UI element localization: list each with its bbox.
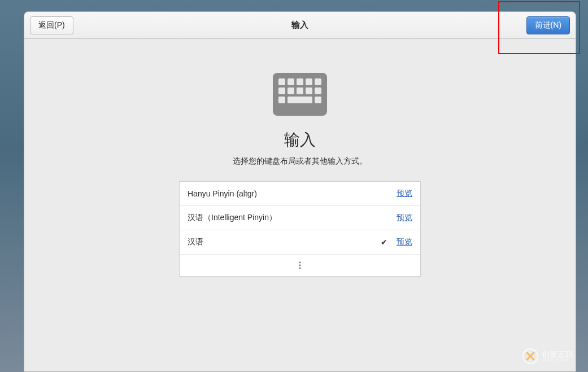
back-button[interactable]: 返回(P)	[30, 16, 73, 34]
svg-rect-1	[278, 78, 285, 85]
svg-point-15	[299, 265, 301, 266]
input-method-list: Hanyu Pinyin (altgr) 预览 汉语（Intelligent P…	[179, 181, 421, 277]
watermark-brand: 创新互联	[542, 351, 573, 358]
more-icon	[297, 261, 303, 269]
input-method-label: 汉语（Intelligent Pinyin）	[188, 213, 397, 223]
header-title: 输入	[73, 20, 526, 30]
svg-rect-4	[306, 78, 312, 85]
preview-link[interactable]: 预览	[397, 189, 412, 199]
content-area: 输入 选择您的键盘布局或者其他输入方式。 Hanyu Pinyin (altgr…	[24, 39, 576, 371]
svg-rect-2	[288, 78, 294, 85]
svg-rect-3	[297, 78, 303, 85]
input-method-label: 汉语	[188, 237, 381, 247]
svg-rect-7	[288, 87, 294, 94]
input-method-label: Hanyu Pinyin (altgr)	[188, 189, 397, 198]
svg-rect-9	[306, 87, 312, 94]
more-button[interactable]	[180, 255, 420, 276]
svg-point-14	[299, 262, 301, 264]
next-button[interactable]: 前进(N)	[526, 16, 570, 34]
svg-rect-8	[297, 87, 303, 94]
watermark-logo-icon	[522, 348, 538, 364]
preview-link[interactable]: 预览	[397, 213, 412, 223]
svg-point-16	[299, 268, 301, 269]
svg-rect-6	[278, 87, 285, 94]
watermark-sub: CDXWCX.COM	[542, 358, 573, 362]
page-subtitle: 选择您的键盘布局或者其他输入方式。	[233, 156, 367, 167]
svg-rect-10	[315, 87, 321, 94]
checkmark-icon: ✔	[381, 238, 387, 247]
header-bar: 返回(P) 输入 前进(N)	[24, 12, 576, 39]
svg-rect-5	[315, 78, 321, 85]
keyboard-icon	[273, 73, 327, 116]
page-heading: 输入	[284, 129, 316, 151]
watermark: 创新互联 CDXWCX.COM	[522, 348, 573, 364]
list-item[interactable]: Hanyu Pinyin (altgr) 预览	[180, 182, 420, 206]
list-item[interactable]: 汉语 ✔ 预览	[180, 230, 420, 255]
svg-rect-13	[315, 97, 321, 103]
setup-window: 返回(P) 输入 前进(N) 输入 选择您的键盘布局	[24, 11, 576, 372]
svg-rect-12	[288, 97, 312, 103]
list-item[interactable]: 汉语（Intelligent Pinyin） 预览	[180, 206, 420, 230]
preview-link[interactable]: 预览	[397, 237, 412, 247]
svg-rect-11	[278, 97, 285, 103]
